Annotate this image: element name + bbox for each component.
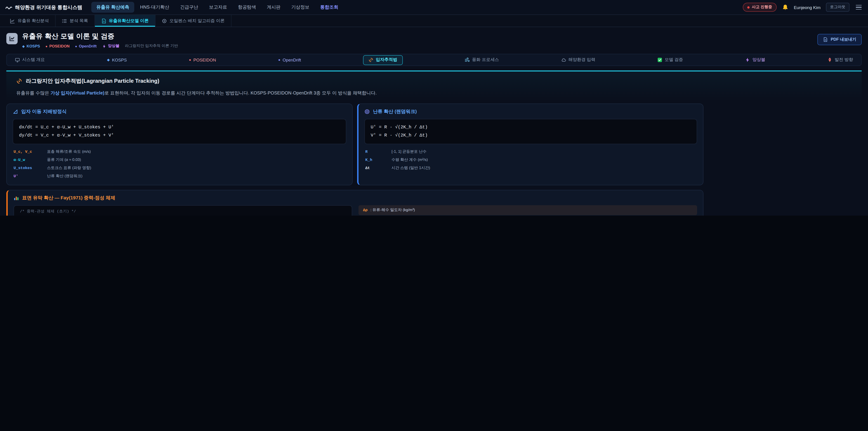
theory-intro: 유출유를 수많은 가상 입자(Virtual Particle)로 표현하며, … (16, 90, 852, 96)
fay-formula-block-initial: /* 중력-관성 체제 (초기) */ R(t) = K₁ · (ΔρgV² /… (13, 205, 352, 216)
badge-poseidon: ●POSEIDON (45, 44, 70, 49)
wind-icon (465, 57, 470, 62)
page-header: 유출유 확산 모델 이론 및 검증 ◆KOSPS ●POSEIDON ●Open… (0, 27, 868, 53)
theory-title: 라그랑지안 입자추적법(Lagrangian Particle Tracking… (16, 77, 852, 85)
ruler-icon (13, 109, 18, 114)
page-icon (6, 33, 18, 44)
tab-diffusion-model-theory[interactable]: 유출유확산모델 이론 (95, 15, 156, 27)
hamburger-menu-icon[interactable] (855, 3, 863, 11)
nav-item-emergency-rescue[interactable]: 긴급구난 (175, 2, 203, 13)
monitor-icon (15, 57, 20, 62)
incident-status-label: 사고 진행중 (752, 4, 772, 10)
navbar-right: 사고 진행중 Eunjeong Kim 로그아웃 (743, 3, 863, 12)
card-title: 표면 유막 확산 — Fay(1971) 중력-점성 체제 (13, 195, 697, 201)
section-nav-ocean-env-input[interactable]: 해양환경 입력 (561, 57, 595, 63)
card-title: 난류 확산 (랜덤워크) (364, 109, 697, 115)
bolt-icon (102, 44, 106, 48)
tab-spill-analysis[interactable]: 유출유 확산분석 (4, 15, 56, 27)
governing-equation-card: 입자 이동 지배방정식 dx/dt = U_c + α·U_w + U_stok… (6, 103, 352, 185)
dot-icon: ● (278, 58, 281, 62)
dot-icon: ● (45, 44, 48, 48)
legend-item: α·U_w 풍류 기여 (α ≈ 0.03) (13, 156, 345, 164)
model-badges: ◆KOSPS ●POSEIDON ●OpenDrift 앙상블 라그랑지안 입자… (22, 43, 178, 49)
tab-label: 유출유확산모델 이론 (109, 18, 149, 24)
section-nav-poseidon[interactable]: ● POSEIDON (189, 57, 216, 62)
turbulent-diffusion-card: 난류 확산 (랜덤워크) U' = R · √(2K_h / Δt) V' = … (357, 103, 704, 185)
fay-grid: /* 중력-관성 체제 (초기) */ R(t) = K₁ · (ΔρgV² /… (13, 205, 697, 216)
governing-legend: U_c, V_c 표층 해류/조류 속도 (m/s) α·U_w 풍류 기여 (… (13, 148, 346, 180)
bolt-icon (745, 57, 750, 62)
pdf-export-button[interactable]: PDF 내보내기 (817, 34, 862, 45)
tab-label: 분석 목록 (70, 18, 88, 24)
badge-opendrift: ●OpenDrift (75, 44, 96, 49)
nav-item-weather[interactable]: 기상정보 (286, 2, 314, 13)
cyclone-icon (16, 78, 22, 84)
page-header-text: 유출유 확산 모델 이론 및 검증 ◆KOSPS ●POSEIDON ●Open… (22, 32, 178, 49)
diamond-icon: ◆ (107, 58, 110, 62)
page-title: 유출유 확산 모델 이론 및 검증 (22, 32, 178, 41)
ring-icon (162, 18, 167, 23)
cloud-icon (561, 57, 566, 62)
wave-logo-icon (5, 4, 12, 11)
nav-item-integrated-search[interactable]: 통합조회 (315, 2, 343, 13)
nav-item-reports[interactable]: 보고자료 (204, 2, 232, 13)
section-nav-model-validation[interactable]: 모델 검증 (657, 57, 683, 63)
tab-analysis-list[interactable]: 분석 목록 (56, 15, 95, 27)
governing-equation-block: dx/dt = U_c + α·U_w + U_stokes + U' dy/d… (13, 119, 346, 144)
param-row: Δρ : 유류-해수 밀도차 (kg/m³) (359, 205, 697, 215)
section-nav-opendrift[interactable]: ● OpenDrift (278, 57, 301, 62)
legend-item: K_h 수평 확산 계수 (m²/s) (365, 156, 696, 164)
page-subtitle: 라그랑지안 입자추적 이론 기반 (125, 43, 178, 49)
fay-formulas: /* 중력-관성 체제 (초기) */ R(t) = K₁ · (ΔρgV² /… (13, 205, 352, 216)
nav-item-board[interactable]: 게시판 (262, 2, 285, 13)
badge-kosps: ◆KOSPS (22, 44, 40, 49)
card-title: 입자 이동 지배방정식 (13, 109, 346, 115)
top-navbar: 해양환경 위기대응 통합시스템 유출유 확산예측 HNS·대기확산 긴급구난 보… (0, 0, 868, 15)
fay-parameters: Δρ : 유류-해수 밀도차 (kg/m³) g : 중력가속도 9.81 m/… (359, 205, 697, 216)
user-name: Eunjeong Kim (794, 5, 820, 10)
alert-dot-icon (747, 6, 749, 8)
chart-line-icon (10, 18, 15, 23)
tab-label: 유출유 확산분석 (18, 18, 49, 24)
page-header-left: 유출유 확산 모델 이론 및 검증 ◆KOSPS ●POSEIDON ●Open… (6, 32, 178, 49)
legend-item: U_c, V_c 표층 해류/조류 속도 (m/s) (13, 148, 345, 156)
nav-item-oil-spill-forecast[interactable]: 유출유 확산예측 (91, 2, 134, 13)
diamond-icon: ◆ (22, 44, 25, 48)
section-nav-kosps[interactable]: ◆ KOSPS (107, 57, 127, 62)
legend-item: U_stokes 스토크스 표류 (파랑 영향) (13, 164, 345, 172)
section-nav-system-overview[interactable]: 시스템 개요 (15, 57, 45, 63)
dot-icon: ● (189, 58, 191, 62)
logout-button[interactable]: 로그아웃 (826, 3, 849, 12)
badge-ensemble: 앙상블 (102, 43, 119, 49)
section-nav-weathering[interactable]: 풍화 프로세스 (465, 57, 499, 63)
app-title: 해양환경 위기대응 통합시스템 (15, 4, 82, 11)
section-nav-particle-tracking[interactable]: 입자추적법 (363, 55, 403, 65)
document-icon (101, 18, 106, 23)
section-nav-future-direction[interactable]: 발전 방향 (828, 57, 853, 63)
incident-status-badge: 사고 진행중 (743, 3, 777, 12)
tab-oil-fence-algorithm-theory[interactable]: 오일펜스 배치 알고리즘 이론 (156, 15, 231, 27)
fay-spreading-card: 표면 유막 확산 — Fay(1971) 중력-점성 체제 /* 중력-관성 체… (6, 190, 704, 216)
legend-item: U' 난류 확산 (랜덤워크) (13, 172, 345, 180)
theory-section: 라그랑지안 입자추적법(Lagrangian Particle Tracking… (6, 70, 862, 216)
random-walk-equation-block: U' = R · √(2K_h / Δt) V' = R · √(2K_h / … (364, 119, 697, 144)
dot-icon: ● (75, 44, 77, 48)
cyclone-icon (368, 57, 373, 62)
app-viewport: 해양환경 위기대응 통합시스템 유출유 확산예측 HNS·대기확산 긴급구난 보… (0, 0, 868, 216)
equation-cards-row: 입자 이동 지배방정식 dx/dt = U_c + α·U_w + U_stok… (6, 103, 704, 185)
target-icon (364, 109, 370, 114)
nav-item-hns-dispersion[interactable]: HNS·대기확산 (135, 2, 174, 13)
legend-item: Δt 시간 스텝 (일반 1시간) (365, 164, 696, 172)
tab-label: 오일펜스 배치 알고리즘 이론 (169, 18, 225, 24)
app-logo: 해양환경 위기대응 통합시스템 (5, 4, 82, 11)
check-box-icon (657, 57, 662, 62)
bar-chart-icon (13, 195, 19, 201)
bell-icon[interactable] (782, 4, 788, 10)
nav-item-aerial-search[interactable]: 항공탐색 (233, 2, 261, 13)
pdf-document-icon (823, 37, 828, 42)
virtual-particle-highlight: 가상 입자(Virtual Particle) (51, 90, 104, 95)
chart-glyph-icon (9, 36, 15, 41)
main-nav: 유출유 확산예측 HNS·대기확산 긴급구난 보고자료 항공탐색 게시판 기상정… (91, 2, 343, 13)
legend-item: R [-1, 1] 균등분포 난수 (365, 148, 696, 156)
section-nav-ensemble[interactable]: 앙상블 (745, 57, 765, 63)
